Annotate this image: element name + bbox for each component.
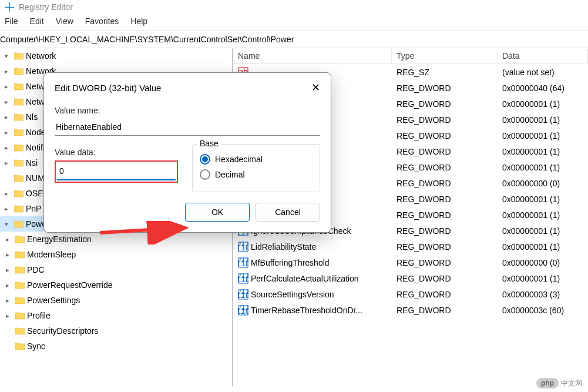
value-data-label: Value data:: [55, 148, 178, 157]
chevron-icon[interactable]: ▸: [6, 266, 13, 274]
column-headers[interactable]: Name Type Data: [233, 48, 588, 64]
value-type: REG_DWORD: [392, 210, 498, 220]
value-data: 0x00000001 (1): [498, 99, 588, 109]
value-type: REG_DWORD: [392, 163, 498, 172]
menubar: File Edit View Favorites Help: [0, 14, 588, 31]
menu-help[interactable]: Help: [130, 16, 147, 26]
chevron-icon[interactable]: ▸: [5, 129, 12, 136]
value-type: REG_DWORD: [392, 226, 498, 236]
value-data: 0x0000003c (60): [498, 306, 588, 315]
tree-label: EnergyEstimation: [27, 234, 92, 244]
chevron-icon[interactable]: ▸: [5, 190, 12, 197]
tree-label: PowerRequestOverride: [27, 280, 113, 290]
value-name: TimerRebaseThresholdOnDr...: [251, 306, 362, 315]
value-data: 0x00000003 (3): [498, 290, 588, 299]
tree-item[interactable]: SecurityDescriptors: [0, 323, 232, 339]
chevron-icon[interactable]: ▸: [6, 297, 13, 304]
value-data: 0x00000040 (64): [498, 83, 588, 93]
hex-label: Hexadecimal: [215, 155, 263, 164]
tree-label: Profile: [27, 311, 51, 320]
tree-item[interactable]: Sync: [0, 339, 232, 354]
value-data: 0x00000001 (1): [498, 163, 588, 172]
value-data: 0x00000000 (0): [498, 179, 588, 188]
col-name-header[interactable]: Name: [233, 49, 392, 63]
svg-text:110: 110: [238, 306, 248, 316]
watermark: php 中文网: [536, 378, 582, 388]
dec-label: Decimal: [215, 170, 245, 179]
tree-item[interactable]: ▸PDC: [0, 262, 232, 277]
value-row[interactable]: 011110MfBufferingThresholdREG_DWORD0x000…: [233, 254, 588, 270]
chevron-icon[interactable]: ▾: [5, 220, 12, 228]
chevron-icon[interactable]: ▸: [6, 312, 13, 320]
chevron-icon[interactable]: ▸: [5, 98, 12, 106]
value-type: REG_DWORD: [392, 258, 498, 267]
value-name-field[interactable]: HibernateEnabled: [55, 119, 320, 136]
chevron-icon[interactable]: ▸: [5, 144, 12, 152]
menu-edit[interactable]: Edit: [30, 16, 44, 26]
value-row[interactable]: 011110SourceSettingsVersionREG_DWORD0x00…: [233, 286, 588, 302]
radio-decimal[interactable]: Decimal: [200, 169, 313, 180]
svg-text:110: 110: [238, 290, 248, 300]
svg-text:110: 110: [238, 274, 248, 284]
value-row[interactable]: 011110TimerRebaseThresholdOnDr...REG_DWO…: [233, 302, 588, 318]
tree-item[interactable]: ▸PowerRequestOverride: [0, 277, 232, 293]
chevron-icon[interactable]: ▸: [5, 68, 12, 75]
value-data: 0x00000001 (1): [498, 115, 588, 125]
radio-icon: [200, 169, 210, 180]
tree-label: Sync: [27, 341, 45, 351]
svg-text:110: 110: [238, 259, 248, 268]
chevron-icon[interactable]: ▸: [5, 83, 12, 91]
value-data: 0x00000001 (1): [498, 131, 588, 140]
value-data: 0x00000000 (0): [498, 258, 588, 267]
value-data: 0x00000001 (1): [498, 226, 588, 236]
value-row[interactable]: 011110PerfCalculateActualUtilizationREG_…: [233, 270, 588, 286]
value-name: LidReliabilityState: [251, 242, 316, 252]
tree-label: SecurityDescriptors: [27, 326, 98, 336]
chevron-icon[interactable]: ▸: [6, 251, 13, 259]
radio-icon: [200, 154, 210, 165]
chevron-icon[interactable]: ▸: [6, 236, 13, 243]
menu-favorites[interactable]: Favorites: [85, 16, 119, 26]
value-type: REG_DWORD: [392, 83, 498, 93]
ok-button[interactable]: OK: [185, 203, 250, 222]
tree-label: PDC: [27, 265, 45, 274]
tree-label: Nls: [26, 112, 38, 122]
chevron-icon[interactable]: ▸: [5, 113, 12, 121]
value-data: (value not set): [498, 68, 588, 77]
value-type: REG_DWORD: [392, 179, 498, 188]
base-legend: Base: [197, 139, 221, 148]
col-data-header[interactable]: Data: [498, 49, 588, 63]
value-data: 0x00000001 (1): [498, 147, 588, 156]
tree-label: ModernSleep: [27, 250, 76, 259]
chevron-icon[interactable]: ▸: [5, 205, 12, 213]
value-type: REG_DWORD: [392, 290, 498, 299]
menu-view[interactable]: View: [56, 16, 73, 26]
address-bar[interactable]: Computer\HKEY_LOCAL_MACHINE\SYSTEM\Curre…: [0, 31, 588, 48]
tree-item[interactable]: ▸EnergyEstimation: [0, 232, 232, 247]
tree-item[interactable]: ▸PowerSettings: [0, 293, 232, 308]
chevron-icon[interactable]: ▾: [5, 52, 12, 60]
value-type: REG_DWORD: [392, 195, 498, 204]
value-name-label: Value name:: [55, 106, 320, 115]
menu-file[interactable]: File: [5, 16, 18, 26]
tree-label: PowerSettings: [27, 296, 80, 305]
value-data-input[interactable]: [57, 163, 176, 180]
col-type-header[interactable]: Type: [392, 49, 498, 63]
edit-dword-dialog: Edit DWORD (32-bit) Value ✕ Value name: …: [43, 72, 331, 233]
tree-item[interactable]: ▾Network: [0, 48, 232, 63]
dialog-title: Edit DWORD (32-bit) Value: [55, 83, 161, 93]
base-group: Base Hexadecimal Decimal: [192, 144, 320, 192]
value-row[interactable]: 011110LidReliabilityStateREG_DWORD0x0000…: [233, 239, 588, 254]
tree-item[interactable]: ▸Profile: [0, 308, 232, 323]
value-type: REG_SZ: [392, 68, 498, 77]
value-type: REG_DWORD: [392, 242, 498, 252]
chevron-icon[interactable]: ▸: [5, 159, 12, 167]
chevron-icon[interactable]: ▸: [6, 282, 13, 289]
close-icon[interactable]: ✕: [311, 81, 320, 94]
app-title: Registry Editor: [19, 2, 73, 12]
tree-label: Network: [26, 51, 56, 61]
radio-hexadecimal[interactable]: Hexadecimal: [200, 154, 313, 165]
value-data: 0x00000001 (1): [498, 274, 588, 283]
cancel-button[interactable]: Cancel: [256, 203, 320, 222]
tree-item[interactable]: ▸ModernSleep: [0, 247, 232, 262]
